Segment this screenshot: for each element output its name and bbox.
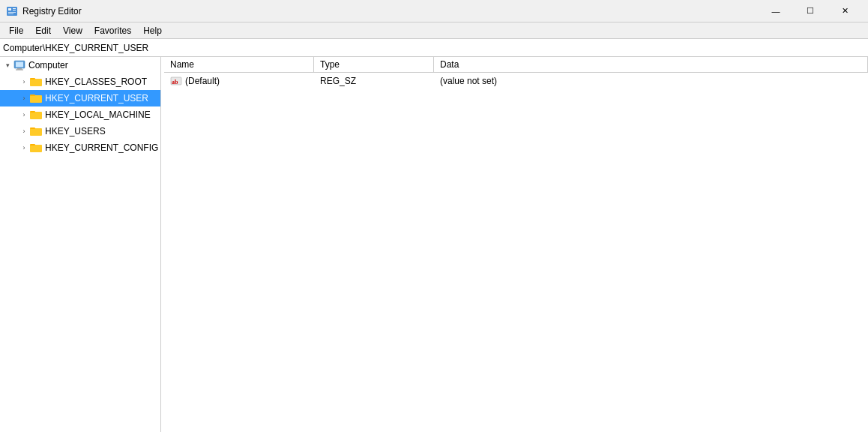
tree-item-hkcu[interactable]: › HKEY_CURRENT_USER: [0, 90, 160, 106]
tree-item-hkcc[interactable]: › HKEY_CURRENT_CONFIG: [0, 140, 160, 156]
folder-icon-hkcc: [30, 142, 42, 153]
title-bar-left: Registry Editor: [6, 5, 82, 17]
svg-rect-13: [30, 94, 35, 96]
svg-text:ab: ab: [172, 79, 178, 86]
folder-icon-hkcu: [30, 93, 42, 104]
tree-root-label: Computer: [28, 60, 68, 70]
svg-rect-8: [17, 68, 22, 70]
menu-item-help[interactable]: Help: [137, 24, 168, 38]
tree-label-hkcc: HKEY_CURRENT_CONFIG: [45, 142, 158, 153]
expand-hkcu[interactable]: ›: [18, 92, 30, 104]
folder-icon-hkcr: [30, 76, 42, 87]
tree-items: › HKEY_CLASSES_ROOT› HKEY_CURRENT_USER› …: [0, 74, 160, 156]
menu-item-file[interactable]: File: [3, 24, 29, 38]
detail-row-0[interactable]: ab (Default)REG_SZ(value not set): [164, 73, 868, 89]
reg-sz-icon-0: ab: [170, 76, 182, 86]
svg-rect-0: [7, 7, 17, 16]
detail-rows: ab (Default)REG_SZ(value not set): [164, 73, 868, 89]
expand-computer[interactable]: ▾: [1, 59, 13, 71]
svg-rect-9: [16, 70, 23, 70]
svg-rect-14: [30, 112, 42, 119]
svg-rect-12: [30, 95, 42, 103]
svg-rect-1: [8, 8, 11, 10]
app-icon: [6, 5, 18, 17]
expand-hku[interactable]: ›: [18, 125, 30, 137]
svg-rect-18: [30, 145, 42, 152]
expand-hkcr[interactable]: ›: [18, 76, 30, 88]
computer-icon: [13, 59, 25, 71]
address-path: Computer\HKEY_CURRENT_USER: [3, 43, 148, 53]
cell-name-0: ab (Default): [164, 74, 314, 88]
tree-root-computer[interactable]: ▾ Computer: [0, 57, 160, 74]
address-bar: Computer\HKEY_CURRENT_USER: [0, 39, 868, 57]
tree-item-hku[interactable]: › HKEY_USERS: [0, 123, 160, 140]
folder-icon-hklm: [30, 110, 42, 120]
cell-name-text-0: (Default): [185, 76, 220, 86]
close-button[interactable]: ✕: [828, 0, 862, 22]
svg-rect-10: [30, 79, 42, 86]
folder-icon-hku: [30, 126, 42, 136]
title-text: Registry Editor: [22, 6, 82, 16]
svg-rect-19: [30, 144, 35, 146]
title-bar-controls: — ☐ ✕: [759, 0, 862, 22]
expand-hkcc[interactable]: ›: [18, 142, 30, 154]
svg-rect-5: [8, 14, 13, 14]
cell-data-0: (value not set): [434, 74, 868, 88]
minimize-button[interactable]: —: [759, 0, 793, 22]
tree-label-hkcr: HKEY_CLASSES_ROOT: [45, 76, 147, 87]
maximize-button[interactable]: ☐: [793, 0, 828, 22]
cell-type-0: REG_SZ: [314, 74, 434, 88]
tree-item-hklm[interactable]: › HKEY_LOCAL_MACHINE: [0, 106, 160, 123]
svg-rect-2: [13, 8, 16, 9]
col-header-type[interactable]: Type: [314, 57, 434, 72]
main-content: ▾ Computer › HKEY_CLASSES_ROOT› HKEY_CUR…: [0, 57, 868, 432]
tree-label-hku: HKEY_USERS: [45, 126, 106, 136]
svg-rect-7: [16, 62, 23, 68]
svg-rect-17: [30, 128, 35, 129]
title-bar: Registry Editor — ☐ ✕: [0, 0, 868, 22]
svg-rect-4: [8, 12, 16, 13]
svg-rect-11: [30, 78, 35, 80]
detail-header: Name Type Data: [164, 57, 868, 73]
menu-item-view[interactable]: View: [57, 24, 88, 38]
menu-item-favorites[interactable]: Favorites: [88, 24, 137, 38]
menu-bar: FileEditViewFavoritesHelp: [0, 22, 868, 39]
svg-rect-16: [30, 128, 42, 136]
svg-rect-3: [13, 10, 16, 10]
tree-item-hkcr[interactable]: › HKEY_CLASSES_ROOT: [0, 74, 160, 90]
menu-item-edit[interactable]: Edit: [29, 24, 57, 38]
expand-hklm[interactable]: ›: [18, 109, 30, 121]
svg-rect-15: [30, 111, 35, 112]
col-header-data[interactable]: Data: [434, 57, 868, 72]
tree-label-hkcu: HKEY_CURRENT_USER: [45, 93, 148, 104]
tree-label-hklm: HKEY_LOCAL_MACHINE: [45, 110, 151, 120]
tree-panel: ▾ Computer › HKEY_CLASSES_ROOT› HKEY_CUR…: [0, 57, 161, 432]
detail-panel: Name Type Data ab (Default)REG_SZ(value …: [164, 57, 868, 432]
col-header-name[interactable]: Name: [164, 57, 314, 72]
